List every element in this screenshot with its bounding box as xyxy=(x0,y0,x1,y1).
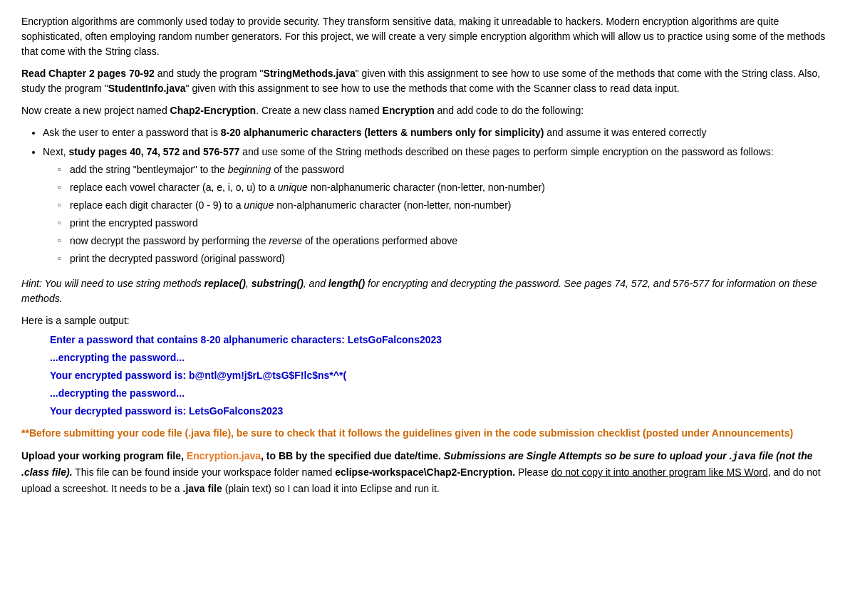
upload-rest2: Please xyxy=(515,466,551,478)
main-bullet-list: Ask the user to enter a password that is… xyxy=(43,125,834,266)
studentinfo-bold: StudentInfo.java xyxy=(108,83,186,94)
intro-para3-text3: and add code to do the following: xyxy=(435,105,584,116)
sub-bullet-2: replace each vowel character (a, e, i, o… xyxy=(57,180,834,195)
hint-block: Hint: You will need to use string method… xyxy=(21,276,834,306)
upload-rest1: This file can be found inside your works… xyxy=(73,466,336,478)
upload-bold1: eclipse-workspace\Chap2-Encryption. xyxy=(335,466,515,478)
sub-bullet-1: add the string "bentleymajor" to the beg… xyxy=(57,162,834,177)
hint-sep2: , and xyxy=(304,278,328,289)
bullet-2: Next, study pages 40, 74, 572 and 576-57… xyxy=(43,145,834,266)
bullet-1-prefix: Ask the user to enter a password that is xyxy=(43,127,221,138)
sample-line-3: Your encrypted password is: b@ntl@ym!j$r… xyxy=(50,368,834,383)
intro-para2-text3: " given with this assignment to see how … xyxy=(186,83,680,94)
hint-method2: substring() xyxy=(252,278,304,289)
intro-para3-text1: Now create a new project named xyxy=(21,105,170,116)
sample-line-5: Your decrypted password is: LetsGoFalcon… xyxy=(50,404,834,419)
bullet-1: Ask the user to enter a password that is… xyxy=(43,125,834,140)
read-chapter-bold: Read Chapter 2 pages 70-92 xyxy=(21,68,155,79)
intro-para1: Encryption algorithms are commonly used … xyxy=(21,14,834,59)
intro-para2: Read Chapter 2 pages 70-92 and study the… xyxy=(21,66,834,96)
sample-line-5-text: Your decrypted password is: LetsGoFalcon… xyxy=(50,405,283,417)
stringmethods-bold: StringMethods.java xyxy=(264,68,356,79)
sub-bullet-3-italic: unique xyxy=(244,199,274,211)
sample-line-4: ...decrypting the password... xyxy=(50,386,834,401)
sample-line-2: ...encrypting the password... xyxy=(50,350,834,365)
upload-filename: Encryption.java xyxy=(187,450,261,461)
sub-bullet-5-italic: reverse xyxy=(269,235,302,246)
class-name-bold: Encryption xyxy=(383,105,435,116)
hint-text: Hint: You will need to use string method… xyxy=(21,276,834,306)
upload-rest4: (plain text) so I can load it into Eclip… xyxy=(222,483,440,494)
intro-para3-text2: . Create a new class named xyxy=(256,105,382,116)
sample-line-1-prefix: Enter a password that contains 8-20 alph… xyxy=(50,334,442,345)
sample-line-1: Enter a password that contains 8-20 alph… xyxy=(50,333,834,348)
upload-italic1: Submissions are Single Attempts so be su… xyxy=(444,450,732,461)
sub-bullet-list: add the string "bentleymajor" to the beg… xyxy=(57,162,834,266)
bullet-1-bold: 8-20 alphanumeric characters (letters & … xyxy=(221,127,544,138)
project-name-bold: Chap2-Encryption xyxy=(170,105,256,116)
sub-bullet-3: replace each digit character (0 - 9) to … xyxy=(57,198,834,213)
hint-sep1: , xyxy=(246,278,252,289)
sub-bullet-1-italic: beginning xyxy=(228,164,271,175)
sub-bullet-6: print the decrypted password (original p… xyxy=(57,251,834,266)
sample-line-4-text: ...decrypting the password... xyxy=(50,387,185,399)
upload-bold2: .java file xyxy=(183,483,222,494)
upload-block: Upload your working program file, Encryp… xyxy=(21,448,834,496)
bullet-1-suffix: and assume it was entered correctly xyxy=(544,127,706,138)
sub-bullet-4: print the encrypted password xyxy=(57,216,834,231)
sample-line-2-text: ...encrypting the password... xyxy=(50,352,185,363)
upload-underline: do not copy it into another program like… xyxy=(551,466,768,478)
upload-java-styled: java xyxy=(732,451,757,462)
bullet-2-suffix: and use some of the String methods descr… xyxy=(239,146,773,157)
sample-line-3-text: Your encrypted password is: b@ntl@ym!j$r… xyxy=(50,370,346,381)
bullet-2-prefix: Next, xyxy=(43,146,69,157)
intro-para3: Now create a new project named Chap2-Enc… xyxy=(21,103,834,118)
hint-prefix: Hint: You will need to use string method… xyxy=(21,278,204,289)
warning-block: **Before submitting your code file (.jav… xyxy=(21,426,834,441)
bullet-2-bold: study pages 40, 74, 572 and 576-577 xyxy=(69,146,240,157)
sub-bullet-2-italic: unique xyxy=(278,182,308,193)
upload-prefix: Upload your working program file, xyxy=(21,450,187,461)
hint-method1: replace() xyxy=(204,278,246,289)
intro-para2-text1: and study the program " xyxy=(157,68,264,79)
upload-mid: , to BB by the specified due date/time. xyxy=(261,450,444,461)
sub-bullet-5: now decrypt the password by performing t… xyxy=(57,234,834,249)
sample-output: Enter a password that contains 8-20 alph… xyxy=(50,333,834,419)
sample-label: Here is a sample output: xyxy=(21,313,834,328)
hint-method3: length() xyxy=(328,278,365,289)
